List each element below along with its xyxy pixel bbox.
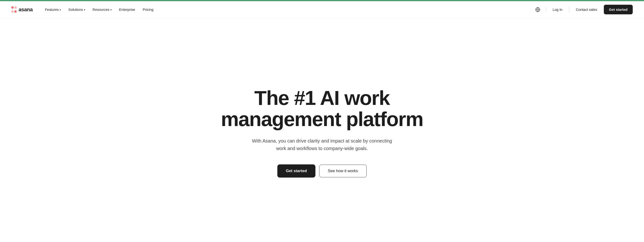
navigation: asana Features ▾ Solutions ▾ Resources ▾… <box>0 1 644 18</box>
nav-item-enterprise[interactable]: Enterprise <box>116 6 138 14</box>
logo-link[interactable]: asana <box>11 6 33 13</box>
logo-dot-tl <box>11 6 14 9</box>
logo-dot-bl <box>11 10 14 13</box>
nav-solutions-label: Solutions <box>68 8 83 12</box>
language-selector-button[interactable] <box>534 6 542 14</box>
nav-resources-label: Resources <box>92 8 110 12</box>
nav-item-pricing[interactable]: Pricing <box>140 6 156 14</box>
nav-item-resources[interactable]: Resources ▾ <box>90 6 114 14</box>
nav-enterprise-label: Enterprise <box>119 8 135 12</box>
hero-title: The #1 AI work management platform <box>221 87 423 130</box>
logo-text: asana <box>18 7 33 13</box>
chevron-down-icon: ▾ <box>84 9 85 11</box>
hero-see-how-button[interactable]: See how it works <box>319 165 367 177</box>
login-button[interactable]: Log In <box>550 6 565 14</box>
chevron-down-icon: ▾ <box>60 9 61 11</box>
globe-icon <box>535 7 540 12</box>
logo-dot-tr <box>14 6 17 9</box>
nav-item-features[interactable]: Features ▾ <box>42 6 64 14</box>
nav-pricing-label: Pricing <box>143 8 154 12</box>
nav-item-solutions[interactable]: Solutions ▾ <box>66 6 88 14</box>
nav-get-started-button[interactable]: Get started <box>604 5 633 14</box>
hero-get-started-button[interactable]: Get started <box>277 164 316 178</box>
nav-divider-2 <box>569 7 569 13</box>
nav-features-label: Features <box>45 8 59 12</box>
nav-divider <box>546 7 546 13</box>
logo-icon <box>11 6 17 13</box>
hero-cta-buttons: Get started See how it works <box>277 164 367 178</box>
contact-sales-button[interactable]: Contact sales <box>573 6 600 14</box>
nav-links: Features ▾ Solutions ▾ Resources ▾ Enter… <box>42 6 534 14</box>
logo-dot-br <box>14 10 17 13</box>
nav-right: Log In Contact sales Get started <box>534 5 633 14</box>
hero-subtitle: With Asana, you can drive clarity and im… <box>252 137 392 152</box>
chevron-down-icon: ▾ <box>110 9 112 11</box>
hero-section: The #1 AI work management platform With … <box>0 18 644 242</box>
